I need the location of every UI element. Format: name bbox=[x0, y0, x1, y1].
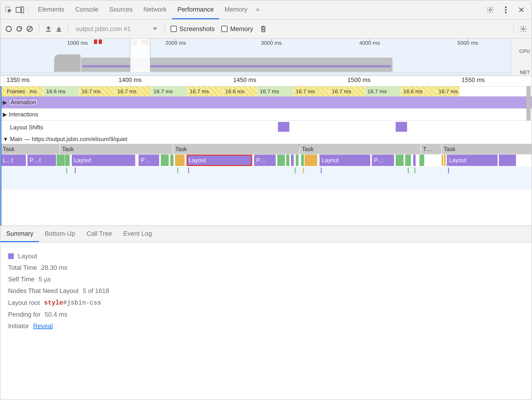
details-tab-summary[interactable]: Summary bbox=[0, 226, 39, 242]
activity-block[interactable]: Layout bbox=[319, 154, 370, 166]
activity-block[interactable]: Layout bbox=[186, 154, 252, 166]
activity-block[interactable] bbox=[304, 154, 317, 166]
activity-block[interactable] bbox=[161, 154, 169, 166]
main-track-header[interactable]: ▼ Main — https://output.jsbin.com/elisum… bbox=[0, 135, 532, 144]
activity-block[interactable] bbox=[170, 154, 173, 166]
tab-performance[interactable]: Performance bbox=[172, 0, 219, 19]
frame-cell[interactable]: 16.6 ms bbox=[401, 86, 436, 96]
upload-profile-icon[interactable] bbox=[45, 25, 52, 32]
details-tab-bottomup[interactable]: Bottom-Up bbox=[39, 226, 81, 242]
frames-row[interactable]: Frames ms16.6 ms16.7 ms16.7 ms16.7 ms16.… bbox=[0, 86, 532, 97]
details-tab-calltree[interactable]: Call Tree bbox=[81, 226, 118, 242]
layout-shifts-track[interactable]: Layout Shifts bbox=[0, 121, 532, 135]
frame-cell[interactable]: 16.6 ms bbox=[223, 86, 258, 96]
activity-block[interactable] bbox=[175, 154, 184, 166]
tab-elements[interactable]: Elements bbox=[32, 0, 70, 19]
overview-timeline[interactable]: 1000 ms 2000 ms 3000 ms 4000 ms 5000 ms … bbox=[0, 38, 532, 76]
layout-shift-block[interactable] bbox=[396, 122, 407, 132]
task-block[interactable]: Task bbox=[441, 144, 516, 154]
memory-checkbox[interactable]: Memory bbox=[221, 25, 253, 32]
frame-cell[interactable]: 16.7 ms bbox=[436, 86, 460, 96]
activity-block[interactable]: L…t bbox=[0, 154, 26, 166]
activity-block[interactable]: P… bbox=[254, 154, 276, 166]
activity-row[interactable]: L…tP…tLayoutP…LayoutP…LayoutP…Layout bbox=[0, 154, 532, 167]
frame-cell[interactable]: 16.7 ms bbox=[115, 86, 151, 96]
collapse-triangle-icon[interactable]: ▼ bbox=[3, 136, 8, 142]
frame-cell[interactable]: 16.7 ms bbox=[330, 86, 365, 96]
frame-cell[interactable]: 16.7 ms bbox=[365, 86, 401, 96]
expand-triangle-icon[interactable]: ▶ bbox=[3, 111, 7, 118]
activity-child-stub[interactable] bbox=[408, 168, 409, 173]
capture-settings-gear-icon[interactable] bbox=[519, 25, 527, 33]
task-block[interactable]: Task bbox=[0, 144, 59, 154]
overview-selection[interactable] bbox=[130, 38, 150, 76]
activity-block[interactable] bbox=[65, 154, 70, 166]
screenshots-checkbox[interactable]: Screenshots bbox=[171, 25, 215, 32]
animation-track[interactable]: ▶ Animation bbox=[0, 97, 532, 109]
tab-sources[interactable]: Sources bbox=[104, 0, 138, 19]
profile-selector[interactable]: output.jsbin.com #1 bbox=[74, 25, 159, 32]
trash-icon[interactable] bbox=[260, 25, 267, 33]
gear-icon[interactable] bbox=[485, 4, 496, 16]
tab-console[interactable]: Console bbox=[70, 0, 104, 19]
record-icon[interactable] bbox=[5, 25, 12, 32]
activity-block[interactable]: P… bbox=[139, 154, 159, 166]
frame-cell[interactable]: 16.7 ms bbox=[151, 86, 187, 96]
activity-child-stub[interactable] bbox=[414, 168, 415, 173]
flame-chart[interactable]: 1350 ms 1400 ms 1450 ms 1500 ms 1550 ms … bbox=[0, 76, 532, 226]
close-devtools-icon[interactable] bbox=[516, 4, 527, 16]
activity-children-row[interactable] bbox=[0, 167, 532, 190]
download-profile-icon[interactable] bbox=[55, 25, 62, 32]
kebab-menu-icon[interactable] bbox=[500, 4, 512, 16]
activity-block[interactable] bbox=[396, 154, 404, 166]
activity-block[interactable]: Layout bbox=[72, 154, 135, 166]
frame-cell[interactable]: 16.7 ms bbox=[293, 86, 330, 96]
activity-block[interactable]: P… bbox=[372, 154, 394, 166]
activity-block[interactable]: P…t bbox=[27, 154, 56, 166]
frame-cell[interactable]: 16.7 ms bbox=[79, 86, 115, 96]
initiator-reveal-link[interactable]: Reveal bbox=[33, 322, 53, 330]
frame-cell[interactable]: 16.7 ms bbox=[258, 86, 293, 96]
task-block[interactable]: Task bbox=[173, 144, 299, 154]
activity-child-stub[interactable] bbox=[66, 168, 67, 173]
details-tab-eventlog[interactable]: Event Log bbox=[118, 226, 158, 242]
activity-child-stub[interactable] bbox=[321, 168, 322, 173]
activity-block[interactable] bbox=[291, 154, 294, 166]
tab-memory[interactable]: Memory bbox=[219, 0, 253, 19]
activity-block[interactable] bbox=[286, 154, 289, 166]
activity-child-stub[interactable] bbox=[295, 168, 296, 173]
activity-child-stub[interactable] bbox=[177, 168, 178, 173]
expand-triangle-icon[interactable]: ▶ bbox=[3, 99, 7, 106]
task-block[interactable]: Task bbox=[299, 144, 420, 154]
activity-block[interactable] bbox=[405, 154, 411, 166]
activity-block[interactable]: Layout bbox=[447, 154, 498, 166]
task-row[interactable]: TaskTaskTaskTaskT…Task bbox=[0, 144, 532, 154]
activity-block[interactable] bbox=[413, 154, 416, 166]
clear-icon[interactable] bbox=[26, 25, 33, 32]
frame-cell[interactable]: 16.7 ms bbox=[187, 86, 223, 96]
reload-record-icon[interactable] bbox=[16, 25, 23, 32]
inspect-element-icon[interactable] bbox=[3, 4, 14, 16]
layout-root-value[interactable]: style#jsbin-css bbox=[44, 299, 101, 307]
activity-child-stub[interactable] bbox=[303, 168, 304, 173]
activity-child-stub[interactable] bbox=[448, 168, 449, 173]
activity-block[interactable] bbox=[442, 154, 443, 166]
activity-block[interactable] bbox=[499, 154, 516, 166]
activity-block[interactable] bbox=[444, 154, 446, 166]
tab-network[interactable]: Network bbox=[138, 0, 172, 19]
activity-block[interactable] bbox=[57, 154, 65, 166]
task-block[interactable]: Task bbox=[60, 144, 172, 154]
task-block[interactable]: T… bbox=[421, 144, 441, 154]
activity-child-stub[interactable] bbox=[188, 168, 189, 173]
frame-cell[interactable]: ms bbox=[27, 86, 44, 96]
frame-cell[interactable]: 16.6 ms bbox=[44, 86, 79, 96]
activity-block[interactable] bbox=[419, 154, 424, 166]
interactions-track[interactable]: ▶ Interactions bbox=[0, 109, 532, 121]
activity-child-stub[interactable] bbox=[75, 168, 76, 173]
tabs-overflow-button[interactable]: » bbox=[253, 0, 263, 19]
toggle-device-icon[interactable] bbox=[14, 4, 25, 16]
activity-block[interactable] bbox=[277, 154, 285, 166]
activity-block[interactable] bbox=[301, 154, 304, 166]
activity-block[interactable] bbox=[296, 154, 298, 166]
layout-shift-block[interactable] bbox=[278, 122, 289, 132]
